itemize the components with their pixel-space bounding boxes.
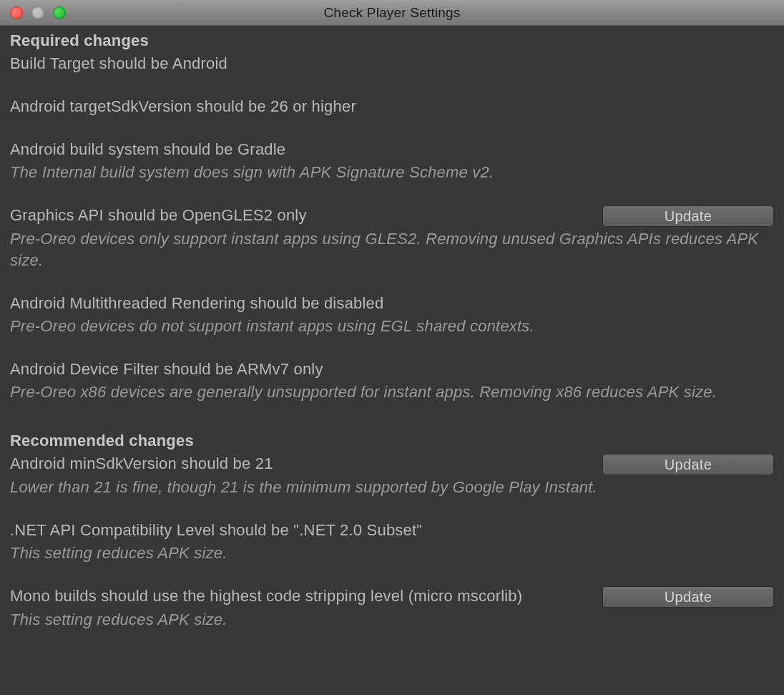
- recommended-item-min-sdk: Android minSdkVersion should be 21 Updat…: [10, 453, 774, 498]
- maximize-icon[interactable]: [53, 6, 66, 19]
- item-title: .NET API Compatibility Level should be "…: [10, 520, 774, 541]
- titlebar: Check Player Settings: [0, 0, 784, 26]
- close-icon[interactable]: [10, 6, 23, 19]
- item-desc: The Internal build system does sign with…: [10, 162, 774, 183]
- item-desc: Pre-Oreo devices only support instant ap…: [10, 228, 774, 271]
- required-item-build-target: Build Target should be Android: [10, 53, 774, 74]
- content: Required changes Build Target should be …: [0, 26, 784, 652]
- item-title: Android minSdkVersion should be 21: [10, 453, 595, 475]
- window-title: Check Player Settings: [0, 5, 784, 21]
- traffic-lights: [0, 6, 66, 19]
- update-button[interactable]: Update: [602, 205, 774, 227]
- section-header-recommended: Recommended changes: [10, 432, 774, 450]
- item-desc: Lower than 21 is fine, though 21 is the …: [10, 477, 774, 498]
- item-title: Mono builds should use the highest code …: [10, 585, 595, 607]
- required-item-graphics-api: Graphics API should be OpenGLES2 only Up…: [10, 205, 774, 271]
- recommended-item-mono-stripping: Mono builds should use the highest code …: [10, 585, 774, 631]
- item-title: Android build system should be Gradle: [10, 139, 774, 160]
- item-desc: This setting reduces APK size.: [10, 543, 774, 564]
- required-item-target-sdk: Android targetSdkVersion should be 26 or…: [10, 96, 774, 117]
- item-desc: This setting reduces APK size.: [10, 609, 774, 631]
- item-title: Android targetSdkVersion should be 26 or…: [10, 96, 774, 117]
- required-item-build-system: Android build system should be Gradle Th…: [10, 139, 774, 183]
- item-title: Graphics API should be OpenGLES2 only: [10, 205, 595, 226]
- update-button[interactable]: Update: [602, 454, 774, 475]
- minimize-icon[interactable]: [31, 6, 44, 19]
- item-title: Android Device Filter should be ARMv7 on…: [10, 359, 774, 380]
- item-desc: Pre-Oreo x86 devices are generally unsup…: [10, 381, 774, 403]
- item-desc: Pre-Oreo devices do not support instant …: [10, 316, 774, 337]
- section-header-required: Required changes: [10, 31, 774, 50]
- item-title: Android Multithreaded Rendering should b…: [10, 293, 774, 314]
- required-item-device-filter: Android Device Filter should be ARMv7 on…: [10, 359, 774, 403]
- required-item-multithreaded-rendering: Android Multithreaded Rendering should b…: [10, 293, 774, 337]
- update-button[interactable]: Update: [602, 586, 774, 608]
- recommended-item-net-api: .NET API Compatibility Level should be "…: [10, 520, 774, 564]
- item-title: Build Target should be Android: [10, 53, 774, 74]
